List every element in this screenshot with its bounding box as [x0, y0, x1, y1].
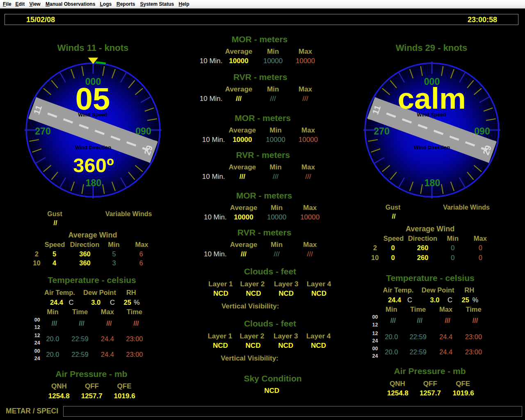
svg-text:Wind Speed: Wind Speed: [417, 112, 446, 117]
svg-text:Wind Direction: Wind Direction: [414, 144, 450, 150]
svg-text:180: 180: [86, 178, 101, 188]
svg-text:Wind Direction: Wind Direction: [75, 145, 111, 151]
svg-text:090: 090: [474, 126, 490, 136]
svg-text:calm: calm: [398, 82, 466, 115]
svg-text:05: 05: [75, 81, 110, 116]
svg-text:180: 180: [425, 177, 440, 188]
svg-text:Wind Speed: Wind Speed: [78, 112, 107, 118]
svg-text:090: 090: [135, 126, 151, 137]
svg-text:270: 270: [35, 126, 50, 137]
svg-text:270: 270: [374, 126, 389, 136]
svg-text:360º: 360º: [73, 154, 114, 176]
